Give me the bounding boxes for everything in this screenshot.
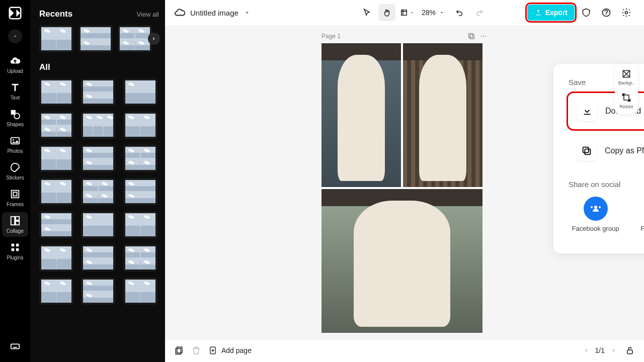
rail-shapes-label: Shapes [7,122,24,127]
svg-rect-18 [470,35,474,39]
page-indicator: 1/1 [595,346,605,354]
app-logo[interactable] [6,4,24,22]
rail-frames[interactable]: Frames [2,186,28,210]
document-title[interactable]: Untitled image [190,9,238,17]
template-thumb[interactable] [123,78,157,106]
resize-tool[interactable]: Resize [619,93,633,109]
rail-plugins-label: Plugins [7,255,24,260]
template-thumb[interactable] [39,211,73,238]
share-facebook-page[interactable]: Facebook Page [636,197,644,237]
page-label: Page 1 [321,33,341,40]
delete-page-icon[interactable] [191,345,201,355]
all-templates-grid [39,78,159,305]
facebook-group-icon [584,197,608,221]
template-thumb[interactable] [39,78,73,106]
cloud-sync-icon[interactable] [174,7,185,18]
rail-shapes[interactable]: Shapes [2,106,28,130]
template-thumb[interactable] [123,145,157,172]
template-thumb[interactable] [81,112,115,139]
svg-point-17 [625,12,628,14]
template-thumb[interactable] [39,178,73,205]
svg-point-2 [14,113,20,119]
template-thumb[interactable] [39,145,73,172]
template-thumb[interactable] [81,278,115,305]
svg-rect-26 [583,147,589,152]
recent-thumb[interactable] [39,25,73,52]
rail-upload[interactable]: Upload [2,52,28,77]
collage-cell[interactable] [403,43,482,187]
rail-stickers[interactable]: Stickers [2,159,28,184]
rail-keyboard[interactable] [2,338,28,362]
collapse-rail-button[interactable] [8,29,22,43]
svg-rect-7 [11,217,15,225]
svg-rect-5 [12,191,19,198]
hand-tool[interactable] [378,4,395,21]
crop-tool[interactable] [398,4,416,21]
shield-icon[interactable] [578,4,595,21]
recents-heading: Recents [39,9,72,19]
bottombar: Add page 1/1 [165,339,644,362]
page-pager: 1/1 [582,346,618,354]
lock-icon[interactable] [625,345,635,355]
share-facebook-group[interactable]: Facebook group [569,197,622,237]
collage-cell[interactable] [321,189,482,333]
background-tool[interactable]: Backgr.. [618,69,635,85]
redo-button[interactable] [471,4,488,21]
select-tool[interactable] [358,4,375,21]
svg-point-4 [13,139,14,141]
rail-plugins[interactable]: Plugins [2,239,28,263]
svg-rect-8 [16,217,19,220]
template-thumb[interactable] [81,145,115,172]
help-icon[interactable] [598,4,615,21]
template-thumb[interactable] [81,78,115,106]
template-thumb[interactable] [123,178,157,205]
copy-png-row[interactable]: Copy as PNG [569,134,644,168]
collage-cell[interactable] [321,43,401,187]
svg-rect-13 [16,248,19,251]
template-thumb[interactable] [39,244,73,272]
canvas-wrap: Page 1 Save Download [165,26,644,339]
recents-next-button[interactable] [148,33,160,45]
svg-point-20 [481,36,482,37]
prev-page-icon[interactable] [582,346,590,354]
template-thumb[interactable] [123,278,157,305]
template-thumb[interactable] [123,244,157,272]
pages-overview-icon[interactable] [174,345,184,355]
svg-rect-25 [585,149,590,154]
template-thumb[interactable] [39,112,73,139]
svg-rect-11 [16,244,19,247]
add-page-button[interactable]: Add page [208,346,252,355]
chevron-down-icon[interactable] [244,9,251,16]
svg-rect-14 [11,344,20,348]
template-thumb[interactable] [81,211,115,238]
export-button[interactable]: Export [527,5,575,21]
rail-photos[interactable]: Photos [2,132,28,157]
svg-rect-10 [12,244,15,247]
svg-rect-31 [624,95,629,100]
duplicate-page-icon[interactable] [467,32,475,40]
view-all-link[interactable]: View all [136,11,159,18]
rail-text[interactable]: Text [2,79,28,104]
panel-collapse-handle[interactable] [161,170,165,192]
rail-photos-label: Photos [7,148,23,154]
template-thumb[interactable] [123,211,157,238]
template-panel: Recents View all All [30,0,165,362]
next-page-icon[interactable] [610,346,618,354]
undo-button[interactable] [451,4,468,21]
collage-canvas[interactable] [321,43,482,333]
page-more-icon[interactable] [479,32,488,40]
template-thumb[interactable] [123,112,157,139]
svg-rect-19 [469,33,473,37]
svg-rect-12 [12,248,15,251]
zoom-level[interactable]: 28% [419,9,448,17]
recent-thumb[interactable] [118,25,152,52]
recent-thumb[interactable] [78,25,113,52]
rail-collage[interactable]: Collage [2,212,28,237]
template-thumb[interactable] [39,278,73,305]
rail-frames-label: Frames [7,202,24,207]
rail-stickers-label: Stickers [6,175,24,180]
template-thumb[interactable] [81,178,115,205]
settings-icon[interactable] [618,4,635,21]
svg-rect-35 [627,350,632,354]
template-thumb[interactable] [81,244,115,272]
